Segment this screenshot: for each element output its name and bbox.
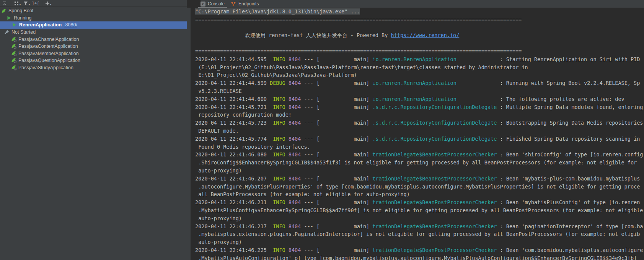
log-segment-plain: --- [ main] (301, 120, 372, 126)
log-segment-plain: 2020-04-11 22:41:44.600 (195, 96, 273, 102)
console-line: .mybatisplus.extension.plugins.Paginatio… (195, 230, 644, 238)
console-line: 2020-04-11 22:41:46.225 INFO 8404 --- [ … (195, 246, 644, 254)
log-segment-plain (285, 136, 289, 142)
log-segment-plain: : Bean 'paginationInterceptor' of type [… (497, 223, 643, 229)
log-segment-plain: : Running with Spring Boot v2.2.4.RELEAS… (457, 80, 640, 86)
log-segment-pid: 8404 (289, 104, 301, 110)
console-tab-bar: > Console Endpoints (187, 0, 644, 8)
log-segment-plain: v5.2.3.RELEASE (195, 88, 242, 94)
console-line: auto-proxying) (195, 167, 644, 175)
tree-node-running[interactable]: Running (0, 15, 187, 22)
log-segment-plain: : Bean 'com.baomidou.mybatisplus.autocon… (497, 247, 643, 253)
log-segment-logger: io.renren.RenrenApplication (372, 96, 456, 102)
group-by-icon[interactable]: ▾ (13, 0, 21, 6)
log-segment-plain: (E:\01_Project\02_Github\PassJava\PassJa… (195, 64, 531, 70)
console-line: (E:\01_Project\02_Github\PassJava\PassJa… (195, 63, 644, 72)
log-segment-plain: : The following profiles are active: dev (457, 96, 624, 102)
log-segment-plain: : Multiple Spring Data modules found, en… (497, 104, 643, 110)
filter-icon[interactable]: ▾ (23, 0, 30, 6)
console-line: 2020-04-11 22:41:46.080 INFO 8404 --- [ … (195, 151, 644, 159)
log-segment-pid: 8404 (289, 136, 301, 142)
log-segment-plain: --- [ main] (301, 247, 372, 253)
log-segment-plain: 2020-04-11 22:41:46.211 (195, 199, 273, 205)
tree-node-app[interactable]: PassjavaStudyApplication (0, 64, 187, 72)
tree-node-app[interactable]: PassjavaChannelApplication (0, 36, 187, 43)
log-segment-plain: 2020-04-11 22:41:46.217 (195, 223, 273, 229)
tree-label: Not Started (11, 29, 36, 35)
log-segment-plain: 2020-04-11 22:41:45.723 (195, 120, 273, 126)
log-segment-pid: 8404 (289, 56, 301, 62)
log-segment-pid: 8404 (289, 120, 301, 126)
tree-label: Running (14, 15, 32, 21)
spring-boot-icon (1, 8, 7, 13)
log-segment-plain: .autoconfigure.MybatisPlusProperties' of… (195, 184, 640, 190)
log-segment-pid: 8404 (289, 80, 301, 86)
tab-console[interactable]: > Console (197, 0, 228, 8)
console-line: 2020-04-11 22:41:46.207 INFO 8404 --- [ … (195, 175, 644, 183)
log-segment-plain: 2020-04-11 22:41:44.599 (195, 80, 270, 86)
tree-node-app[interactable]: PassjavaMemberApplication (0, 50, 187, 57)
log-segment-plain: DEFAULT mode. (195, 128, 239, 134)
log-segment-info: INFO (273, 247, 285, 253)
log-segment-info: INFO (273, 120, 285, 126)
log-segment-plain: 2020-04-11 22:41:45.774 (195, 136, 273, 142)
run-icon (6, 15, 12, 21)
console-line: 2020-04-11 22:41:44.595 INFO 8404 --- [ … (195, 55, 644, 63)
console-line: ========================================… (195, 47, 644, 55)
expand-all-icon[interactable]: ]+[ (32, 0, 39, 6)
log-segment-info: INFO (273, 56, 285, 62)
wrench-icon (4, 29, 10, 35)
log-segment-plain: : Starting RenrenApplication on Siri wit… (457, 56, 643, 62)
tree-label: PassjavaMemberApplication (18, 51, 79, 56)
log-segment-plain: ========================================… (195, 16, 522, 23)
log-segment-plain: .MybatisPlusConfig$$EnhancerBySpringCGLI… (195, 207, 643, 213)
console-line (195, 24, 644, 32)
endpoints-icon (231, 2, 236, 6)
tree-label: PassjavaContentApplication (18, 44, 78, 49)
tab-endpoints[interactable]: Endpoints (228, 0, 262, 8)
console-line: E:\01_Project\02_Github\PassJava\PassJav… (195, 71, 644, 79)
log-segment-plain: 2020-04-11 22:41:46.207 (195, 176, 273, 182)
log-segment-info: INFO (273, 223, 285, 229)
console-line: 2020-04-11 22:41:44.600 INFO 8404 --- [ … (195, 95, 644, 103)
log-segment-logger: trationDelegate$BeanPostProcessorChecker (372, 199, 497, 205)
console-line: repository configuration mode! (195, 111, 644, 119)
spring-boot-app-icon (11, 65, 16, 70)
tree-node-not-started[interactable]: Not Started (0, 29, 187, 36)
running-app-name: RenrenApplication (19, 22, 62, 28)
app-port-link[interactable]: :8080/ (64, 22, 77, 28)
log-segment-plain: 欢迎使用 renren-fast 人人快速开发平台 - Powered By (245, 32, 391, 38)
log-segment-cmd: "C:\Program Files\Java\jdk1.8.0_131\bin\… (195, 8, 360, 15)
console-line: Found 0 Redis repository interfaces. (195, 143, 644, 151)
tree-label: Spring Boot (8, 8, 33, 13)
console-line: auto-proxying) (195, 214, 644, 223)
console-line: .autoconfigure.MybatisPlusProperties' of… (195, 183, 644, 191)
spring-boot-app-icon (11, 44, 16, 49)
tree-node-app[interactable]: PassjavaQuestionApplication (0, 57, 187, 64)
log-segment-debug: DEBUG (270, 80, 285, 86)
collapse-all-icon[interactable] (1, 0, 8, 6)
log-segment-plain: 2020-04-11 22:41:44.595 (195, 56, 273, 62)
log-segment-logger: trationDelegate$BeanPostProcessorChecker (372, 247, 497, 253)
log-segment-info: INFO (273, 96, 285, 102)
tree-node-renren-application[interactable]: RenrenApplication :8080/ (0, 21, 187, 29)
log-segment-info: INFO (273, 104, 285, 110)
log-segment-plain: : Bootstrapping Spring Data Redis reposi… (497, 120, 643, 126)
log-segment-plain: --- [ main] (301, 136, 372, 142)
log-segment-plain: ========================================… (195, 48, 522, 54)
services-tree: Spring Boot Running RenrenApplication :8… (0, 7, 187, 71)
console-output[interactable]: "C:\Program Files\Java\jdk1.8.0_131\bin\… (191, 8, 644, 260)
log-segment-plain: .MybatisPlusAutoConfiguration' of type [… (195, 255, 637, 260)
add-service-icon[interactable]: ▾ (44, 0, 52, 6)
renren-link[interactable]: https://www.renren.io/ (391, 32, 460, 38)
log-segment-plain: .ShiroConfig$$EnhancerBySpringCGLIB$$4a5… (195, 159, 640, 166)
console-line: auto-proxying) (195, 238, 644, 246)
tree-node-spring-boot[interactable]: Spring Boot (0, 7, 187, 15)
log-segment-plain (285, 223, 289, 229)
tree-node-app[interactable]: PassjavaContentApplication (0, 43, 187, 50)
toolbar-separator (42, 1, 42, 6)
log-segment-pid: 8404 (289, 247, 301, 253)
log-segment-plain: Found 0 Redis repository interfaces. (195, 144, 310, 150)
log-segment-plain (285, 80, 289, 86)
log-segment-plain: --- [ main] (301, 104, 372, 110)
